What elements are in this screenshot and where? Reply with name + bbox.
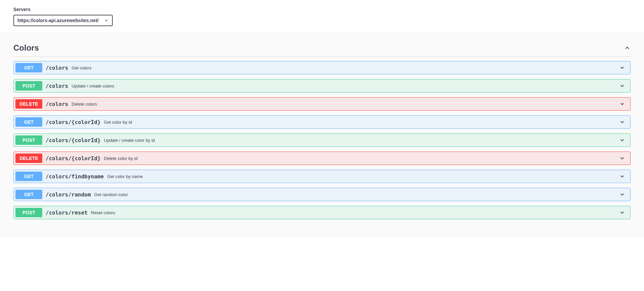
tag-header[interactable]: Colors [13,40,631,57]
operation-row[interactable]: DELETE /colors/{colorId} Delete color by… [13,152,631,165]
chevron-down-icon [616,210,629,216]
operation-summary: Get random color [94,192,616,197]
servers-label: Servers [13,7,631,12]
operation-row[interactable]: GET /colors/findbyname Get color by name [13,170,631,183]
method-badge-delete: DELETE [15,99,42,109]
operation-summary: Get colors [71,65,616,70]
method-badge-get: GET [15,117,42,127]
operation-summary: Delete colors [71,102,616,107]
operation-summary: Get color by name [107,174,616,179]
operation-path: /colors/reset [42,210,91,216]
chevron-down-icon [616,191,629,197]
server-select-wrapper[interactable]: https://colors-api.azurewebsites.net/ [13,15,113,26]
chevron-up-icon [624,45,631,51]
chevron-down-icon [616,65,629,71]
operation-path: /colors [42,65,71,71]
chevron-down-icon [616,83,629,89]
operation-row[interactable]: DELETE /colors Delete colors [13,97,631,111]
operation-path: /colors/random [42,191,94,198]
operation-row[interactable]: GET /colors Get colors [13,61,631,74]
operation-summary: Delete color by id [104,156,616,161]
method-badge-post: POST [15,81,42,91]
tag-title: Colors [13,43,39,53]
operation-row[interactable]: POST /colors Update / create colors [13,79,631,93]
chevron-down-icon [616,173,629,179]
chevron-down-icon [616,101,629,107]
method-badge-post: POST [15,135,42,145]
chevron-down-icon [616,155,629,161]
operation-row[interactable]: GET /colors/{colorId} Get color by id [13,115,631,129]
operation-row[interactable]: POST /colors/{colorId} Update / create c… [13,133,631,147]
operation-path: /colors [42,83,71,89]
server-select[interactable]: https://colors-api.azurewebsites.net/ [14,15,112,25]
chevron-down-icon [616,137,629,143]
operation-path: /colors/{colorId} [42,119,104,125]
chevron-down-icon [616,119,629,125]
method-badge-get: GET [15,190,42,199]
method-badge-get: GET [15,63,42,72]
operation-path: /colors/{colorId} [42,155,104,162]
method-badge-delete: DELETE [15,154,42,163]
method-badge-post: POST [15,208,42,217]
operation-row[interactable]: POST /colors/reset Reset colors [13,206,631,219]
operation-path: /colors/{colorId} [42,137,104,143]
operation-summary: Update / create colors [71,83,616,89]
operation-path: /colors [42,101,71,107]
operation-summary: Reset colors [91,210,616,215]
operation-summary: Get color by id [104,120,616,125]
method-badge-get: GET [15,172,42,181]
main-content: Colors GET /colors Get colors POST /colo… [0,33,644,237]
operation-summary: Update / create color by id [104,138,616,143]
operation-row[interactable]: GET /colors/random Get random color [13,188,631,201]
operation-path: /colors/findbyname [42,173,107,180]
servers-section: Servers https://colors-api.azurewebsites… [0,0,644,33]
